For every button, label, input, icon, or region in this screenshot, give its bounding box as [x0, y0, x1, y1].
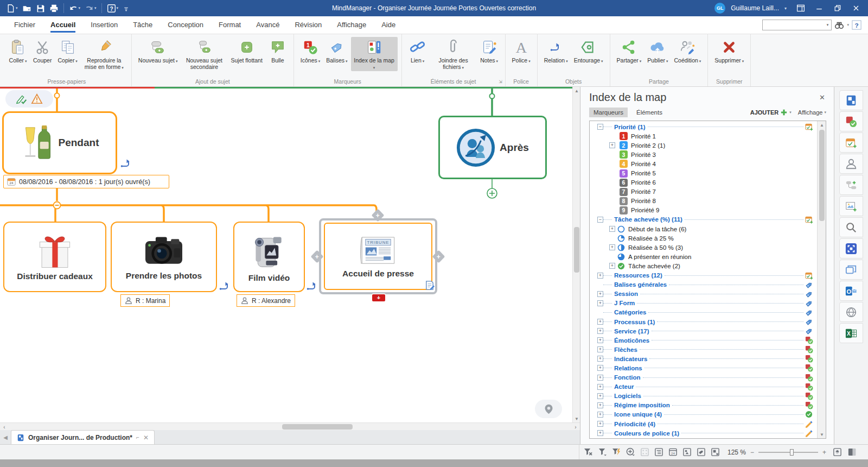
panel-scrollbar[interactable]: ▲ ▼	[817, 121, 826, 438]
expand-icon[interactable]: +	[597, 430, 603, 436]
group-label[interactable]: Émoticônes	[612, 337, 652, 344]
partager-button[interactable]: Partager ▾	[614, 37, 644, 64]
tag-sm-icon[interactable]	[805, 281, 813, 289]
add-button[interactable]: AJOUTER ▾	[750, 109, 792, 116]
canvas-horizontal-scrollbar[interactable]: ‹ ›	[0, 422, 580, 430]
strip-marker-tab[interactable]	[839, 111, 863, 131]
chevron-down-icon[interactable]: ▾	[16, 6, 18, 10]
tag-view-button[interactable]	[697, 447, 706, 457]
ribbon-tab-insertion[interactable]: Insertion	[83, 17, 125, 33]
group-label[interactable]: Tâche achevée (%) (11)	[612, 216, 685, 223]
tree-group-priorite-1[interactable]: −Priorité (1)	[590, 122, 816, 131]
ribbon-tab-revision[interactable]: Révision	[287, 17, 329, 33]
help-button[interactable]: ?▾	[105, 3, 120, 14]
tree-item-realisee-a-25[interactable]: Réalisée à 25 %	[590, 234, 816, 243]
relationship-icon[interactable]	[120, 159, 132, 168]
topic-apres[interactable]: Après	[438, 116, 547, 179]
marker-label[interactable]: Réalisée à 50 % (3)	[625, 244, 683, 251]
ribbon-tab-affichage[interactable]: Affichage	[329, 17, 374, 33]
marker-label[interactable]: Tâche achevée (2)	[625, 263, 680, 269]
group-label[interactable]: Icone unique (4)	[612, 411, 664, 418]
dialog-launcher-icon[interactable]: ⇲	[498, 79, 503, 85]
tree-group-couleurs-de-police-1[interactable]: +Couleurs de police (1)	[590, 428, 816, 438]
index-de-la-map-button[interactable]: Index de la map ▾	[351, 37, 398, 71]
user-name[interactable]: Guillaume Laill...	[731, 4, 779, 12]
tree-group-icone-unique-4[interactable]: +Icone unique (4)	[590, 410, 816, 419]
expand-icon[interactable]: +	[609, 244, 615, 250]
marker-sm-icon[interactable]	[805, 374, 813, 382]
tree-item-priorite-2-1[interactable]: +2Priorité 2 (1)	[590, 141, 816, 150]
save-button[interactable]	[34, 3, 47, 14]
scroll-up-icon[interactable]: ▲	[818, 121, 826, 129]
tree-item-priorite-5[interactable]: 5Priorité 5	[590, 168, 816, 178]
topic-accueil-de-presse[interactable]: TRIBUNE Accueil de presse	[324, 223, 432, 290]
joindre-des-fichiers-button[interactable]: Joindre des fichiers ▾	[430, 37, 477, 71]
nouveau-sujet-button[interactable]: Nouveau sujet ▾	[136, 37, 181, 64]
group-label[interactable]: Flèches	[612, 346, 640, 353]
tree-group-service-17[interactable]: +Service (17)	[590, 326, 816, 336]
tree-group-fonction[interactable]: +Fonction	[590, 373, 816, 382]
copier-button[interactable]: Copier ▾	[55, 37, 80, 64]
panel-tab-elements[interactable]: Éléments	[632, 108, 667, 117]
group-label[interactable]: Logiciels	[612, 393, 643, 399]
publier-button[interactable]: Publier ▾	[644, 37, 671, 64]
tree-item-debut-de-la-tache-6[interactable]: +Début de la tâche (6)	[590, 224, 816, 234]
tab-nav-left-icon[interactable]: ◀	[0, 430, 11, 444]
tree-group-periodicite-4[interactable]: +Périodicité (4)	[590, 419, 816, 428]
redo-button[interactable]: ▾	[83, 3, 98, 14]
tree-group-acteur[interactable]: +Acteur	[590, 382, 816, 392]
marker-label[interactable]: Priorité 3	[628, 152, 656, 158]
marker-sm-icon[interactable]	[805, 392, 813, 400]
chevron-down-icon[interactable]: ▾	[79, 6, 81, 10]
icons-view-button[interactable]	[682, 447, 692, 457]
dice-button[interactable]	[640, 447, 649, 457]
marker-label[interactable]: Début de la tâche (6)	[625, 226, 686, 232]
topic-distribuer-cadeaux[interactable]: Distribuer cadeaux	[3, 222, 106, 292]
filter-button[interactable]	[598, 447, 607, 457]
topic-film-video[interactable]: Film vidéo	[233, 222, 305, 292]
tree-item-priorite-1[interactable]: 1Priorité 1	[590, 131, 816, 141]
fit-view-button[interactable]	[833, 447, 842, 457]
close-tab-icon[interactable]: ✕	[143, 434, 149, 441]
lien-button[interactable]: Lien ▾	[406, 37, 430, 64]
group-label[interactable]: Priorité (1)	[612, 124, 648, 130]
entourage-button[interactable]: Entourage ▾	[571, 37, 606, 64]
expand-icon[interactable]: +	[597, 337, 603, 343]
ribbon-tab-tache[interactable]: Tâche	[125, 17, 160, 33]
scroll-right-icon[interactable]: ›	[571, 423, 580, 431]
tree-item-priorite-7[interactable]: 7Priorité 7	[590, 187, 816, 197]
topic-notes-icon[interactable]	[424, 280, 435, 291]
tag-sm-icon[interactable]	[805, 318, 813, 326]
strip-search-tab[interactable]	[839, 217, 863, 237]
chevron-down-icon[interactable]: ▾	[117, 6, 119, 10]
tree-item-tache-achevee-2[interactable]: +Tâche achevée (2)	[590, 261, 816, 270]
panel-tab-marqueurs[interactable]: Marqueurs	[589, 108, 628, 117]
expand-icon[interactable]: +	[597, 384, 603, 390]
panel-close-icon[interactable]: ✕	[817, 92, 827, 103]
group-label[interactable]: Balises générales	[612, 281, 669, 288]
restore-button[interactable]	[829, 2, 846, 14]
group-label[interactable]: Service (17)	[612, 328, 652, 335]
group-label[interactable]: J Form	[612, 300, 637, 306]
group-label[interactable]: Périodicité (4)	[612, 421, 658, 427]
expand-icon[interactable]: +	[597, 319, 603, 325]
group-label[interactable]: Processus (1)	[612, 319, 657, 325]
add-view-button[interactable]	[626, 447, 635, 457]
bulle-button[interactable]: Bulle	[266, 37, 290, 64]
expand-icon[interactable]: +	[597, 393, 603, 399]
marker-sm-icon[interactable]	[805, 401, 813, 409]
pencil-sm-icon[interactable]	[805, 429, 813, 437]
scroll-down-icon[interactable]: ▼	[818, 431, 826, 438]
ribbon-tab-aide[interactable]: Aide	[374, 17, 403, 33]
reproduire-la-mise-en-forme-button[interactable]: Reproduire la mise en forme ▾	[81, 37, 127, 71]
tree-group-ressources-12[interactable]: +Ressources (12)	[590, 271, 816, 280]
close-button[interactable]	[847, 2, 865, 14]
scroll-left-icon[interactable]: ‹	[0, 423, 9, 431]
search-input[interactable]	[763, 22, 824, 28]
marker-label[interactable]: Priorité 4	[628, 161, 656, 167]
balises-button[interactable]: Balises ▾	[323, 37, 350, 64]
tree-item-priorite-3[interactable]: 3Priorité 3	[590, 150, 816, 159]
zoom-in-icon[interactable]: +	[822, 449, 826, 456]
panels-view-button[interactable]	[847, 447, 857, 457]
zoom-out-icon[interactable]: −	[750, 449, 754, 456]
